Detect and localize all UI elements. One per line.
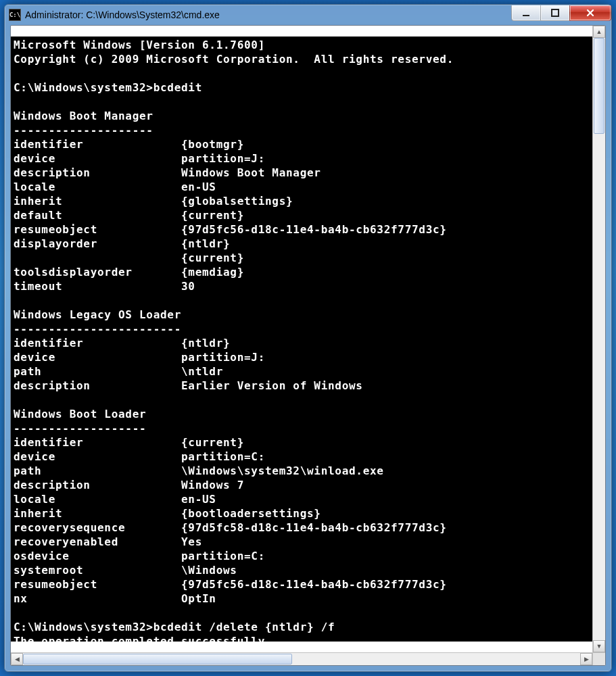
horizontal-scroll-thumb[interactable]: [23, 654, 292, 665]
maximize-button[interactable]: [540, 5, 570, 21]
vertical-scrollbar[interactable]: ▲ ▼: [592, 26, 605, 652]
close-button[interactable]: [569, 5, 611, 21]
titlebar[interactable]: C:\ Administrator: C:\Windows\System32\c…: [5, 5, 611, 25]
svg-rect-0: [523, 15, 529, 16]
scrollbar-corner: [592, 653, 605, 665]
horizontal-scroll-track[interactable]: [23, 653, 580, 665]
scroll-down-arrow-icon[interactable]: ▼: [593, 640, 605, 652]
vertical-scroll-thumb[interactable]: [594, 38, 605, 134]
vertical-scroll-track[interactable]: [593, 38, 605, 640]
scroll-right-arrow-icon[interactable]: ▶: [580, 653, 592, 665]
window-title: Administrator: C:\Windows\System32\cmd.e…: [25, 9, 512, 20]
cmd-window: C:\ Administrator: C:\Windows\System32\c…: [4, 4, 612, 672]
horizontal-scrollbar[interactable]: ◀ ▶: [11, 652, 605, 665]
terminal-output[interactable]: Microsoft Windows [Version 6.1.7600] Cop…: [11, 37, 592, 642]
cmd-app-icon: C:\: [9, 9, 21, 21]
svg-rect-1: [552, 9, 559, 16]
scroll-left-arrow-icon[interactable]: ◀: [11, 653, 23, 665]
scroll-up-arrow-icon[interactable]: ▲: [593, 26, 605, 38]
client-area: Microsoft Windows [Version 6.1.7600] Cop…: [10, 25, 606, 666]
minimize-button[interactable]: [511, 5, 541, 21]
window-buttons: [512, 5, 611, 20]
